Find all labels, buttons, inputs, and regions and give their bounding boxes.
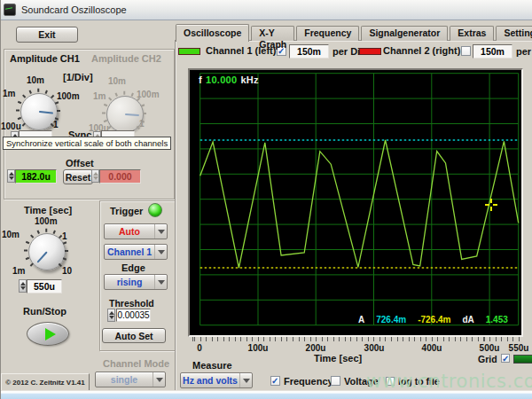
time-value-spinner[interactable] xyxy=(19,279,27,293)
threshold-field[interactable]: 0.00035 xyxy=(116,309,151,322)
tab-oscilloscope[interactable]: Oscilloscope xyxy=(176,24,249,42)
channel1-color-swatch xyxy=(178,48,200,55)
offset-label: Offset xyxy=(66,158,94,168)
scale-label: 100m xyxy=(137,90,160,99)
trigger-title: Trigger xyxy=(110,206,143,216)
log-to-file-checkbox[interactable] xyxy=(386,377,395,386)
auto-set-button[interactable]: Auto Set xyxy=(102,328,166,343)
channel2-color-swatch xyxy=(359,48,381,55)
channel2-per-div-field[interactable]: 150m xyxy=(473,44,512,59)
x-tick-label: 400u xyxy=(422,343,442,353)
tab-extras[interactable]: Extras xyxy=(450,26,494,41)
threshold-spinner[interactable] xyxy=(107,309,115,322)
channel2-enable-checkbox[interactable] xyxy=(461,46,471,56)
offset-ch2-field[interactable]: 0.000 xyxy=(99,169,141,184)
scale-label: 1 xyxy=(53,120,59,129)
run-stop-label: Run/Stop xyxy=(23,306,66,317)
scope-display[interactable]: f10.000kHz A 726.4m -726.4m dA 1.453 xyxy=(188,68,523,337)
cursor-min-value: -726.4m xyxy=(418,315,450,325)
voltage-checkbox[interactable] xyxy=(331,376,340,386)
channel-mode-dropdown[interactable]: single xyxy=(95,372,166,387)
x-axis-title: Time [sec] xyxy=(314,353,362,364)
grid-color-swatch[interactable] xyxy=(513,355,532,364)
channel1-per-div-field[interactable]: 150m xyxy=(289,44,329,59)
x-tick-label: 200u xyxy=(306,343,326,353)
time-value-field[interactable]: 550u xyxy=(27,279,62,293)
scale-label: 1m xyxy=(12,266,25,276)
time-title: Time [sec] xyxy=(24,205,72,215)
channel-mode-label: Channel Mode xyxy=(103,358,169,369)
offset-ch1-field[interactable]: 182.0u xyxy=(15,169,57,184)
chevron-down-icon[interactable] xyxy=(239,373,252,387)
scale-label: 10m xyxy=(27,75,44,85)
app-window: Soundcard Oszilloscope Exit Amplitude CH… xyxy=(0,0,532,399)
scale-label: 10m xyxy=(2,230,20,239)
frequency-checkbox-label: Frequency xyxy=(284,376,333,387)
scale-label: 1m xyxy=(3,89,15,98)
tab-frequency[interactable]: Frequency xyxy=(296,26,359,41)
cursor-max-value: 726.4m xyxy=(376,315,406,325)
trigger-led xyxy=(148,203,162,217)
measure-label: Measure xyxy=(192,360,232,371)
scale-label: 10m xyxy=(108,76,126,86)
edge-label: Edge xyxy=(121,262,145,273)
cursor-delta-value: 1.453 xyxy=(486,315,508,325)
knob-needle xyxy=(39,111,53,114)
trigger-source-dropdown[interactable]: Channel 1 xyxy=(104,244,168,260)
amplitude-unit-label: [1/Div] xyxy=(63,72,93,82)
amplitude-ch1-title: Amplitude CH1 xyxy=(10,53,80,64)
trigger-mode-dropdown[interactable]: Auto xyxy=(104,223,168,239)
window-title: Soundcard Oszilloscope xyxy=(21,4,127,15)
amplitude-ch2-title: Amplitude CH2 xyxy=(91,53,161,64)
reset-button[interactable]: Reset xyxy=(63,169,93,184)
sync-tooltip: Synchronize vertical scale of both chann… xyxy=(3,137,171,150)
grid-label: Grid xyxy=(478,354,497,364)
tab-bar: Oscilloscope X-Y Graph Frequency Signalg… xyxy=(176,23,532,41)
bottom-window-edge xyxy=(1,390,532,399)
tab-signalgenerator[interactable]: Signalgenerator xyxy=(361,26,448,41)
log-to-file-label: log to file xyxy=(398,376,440,387)
channel2-label: Channel 2 (right) xyxy=(383,45,460,56)
chevron-down-icon[interactable] xyxy=(154,224,167,239)
knob-needle xyxy=(37,251,48,262)
chevron-down-icon[interactable] xyxy=(154,245,167,259)
knob-needle xyxy=(125,113,139,116)
frequency-checkbox[interactable] xyxy=(270,376,280,386)
app-icon xyxy=(4,4,16,16)
tab-settings[interactable]: Settings xyxy=(496,26,532,41)
scale-label: 1 xyxy=(62,231,67,241)
grid-checkbox[interactable] xyxy=(501,354,510,363)
window-titlebar[interactable]: Soundcard Oszilloscope xyxy=(1,0,532,20)
scale-label: 1m xyxy=(93,91,106,101)
chevron-down-icon[interactable] xyxy=(154,275,167,289)
scale-label: 10 xyxy=(62,266,72,276)
exit-button[interactable]: Exit xyxy=(16,27,78,43)
per-div-label: per Div xyxy=(516,46,532,57)
scale-label: 100m xyxy=(57,91,80,101)
waveform-plot xyxy=(190,70,521,335)
chevron-down-icon[interactable] xyxy=(153,372,165,387)
measure-mode-dropdown[interactable]: Hz and volts xyxy=(180,372,253,388)
x-axis-ticks xyxy=(190,337,521,341)
frequency-readout: f10.000kHz xyxy=(199,74,259,85)
offset-ch2-spinner[interactable] xyxy=(91,169,99,183)
x-tick-label: 100u xyxy=(248,343,269,353)
x-tick-label: 0 xyxy=(197,343,202,353)
measurement-readout: A 726.4m -726.4m dA 1.453 xyxy=(358,315,508,325)
offset-ch1-spinner[interactable] xyxy=(7,169,15,183)
x-tick-label: 550u xyxy=(509,343,529,353)
voltage-checkbox-label: Voltage xyxy=(344,376,379,387)
trigger-edge-dropdown[interactable]: rising xyxy=(104,274,168,290)
copyright-label: © 2012 C. Zeitnitz V1.41 xyxy=(1,373,90,391)
threshold-label: Threshold xyxy=(109,298,154,309)
tab-xy-graph[interactable]: X-Y Graph xyxy=(251,26,294,41)
scale-label: 100m xyxy=(35,216,58,226)
run-stop-button[interactable] xyxy=(27,322,69,346)
scale-label: 1 xyxy=(139,119,145,129)
x-tick-label: 300u xyxy=(364,343,385,353)
x-tick-label: 500u xyxy=(480,343,500,353)
